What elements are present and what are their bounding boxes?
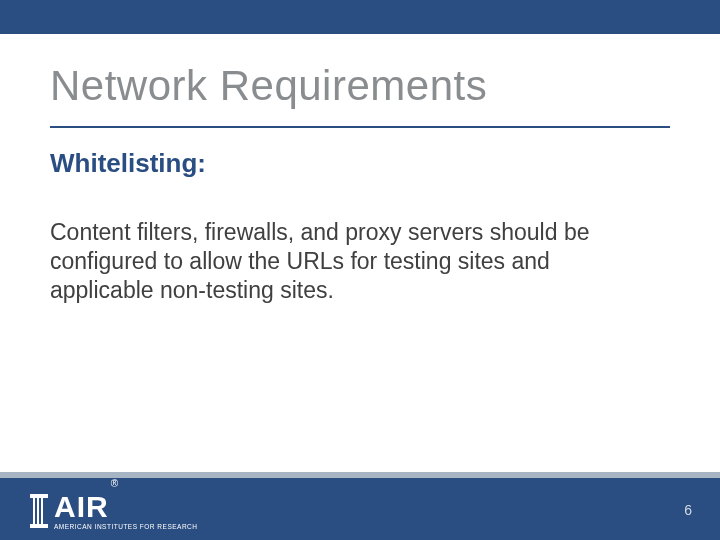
column-icon (30, 494, 48, 528)
slide: Network Requirements Whitelisting: Conte… (0, 0, 720, 540)
footer-bar: AIR® AMERICAN INSTITUTES FOR RESEARCH 6 (0, 478, 720, 540)
subheading: Whitelisting: (50, 148, 206, 179)
air-logo: AIR® AMERICAN INSTITUTES FOR RESEARCH (30, 492, 197, 530)
logo-text: AIR® AMERICAN INSTITUTES FOR RESEARCH (54, 492, 197, 530)
slide-title: Network Requirements (50, 62, 487, 110)
top-bar (0, 0, 720, 34)
logo-subtitle: AMERICAN INSTITUTES FOR RESEARCH (54, 523, 197, 530)
title-underline (50, 126, 670, 128)
logo-main: AIR (54, 490, 109, 523)
page-number: 6 (684, 502, 692, 518)
body-text: Content filters, firewalls, and proxy se… (50, 218, 640, 304)
registered-icon: ® (111, 478, 118, 489)
